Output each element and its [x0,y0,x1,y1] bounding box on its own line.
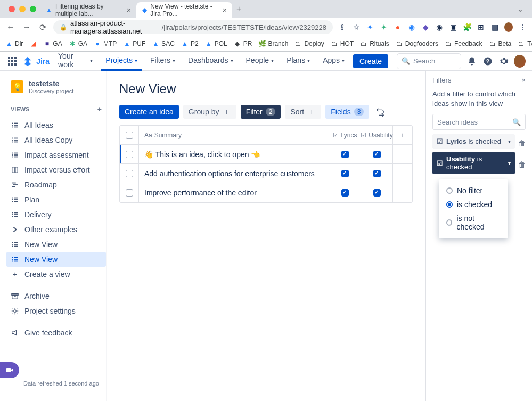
ext-icon[interactable]: ▣ [449,23,457,31]
menu-icon[interactable]: ⋮ [518,23,527,31]
row-usability-cell[interactable] [361,145,393,163]
bookmark-folder[interactable]: 🗀Rituals [360,40,389,47]
close-tab-icon[interactable]: × [127,6,131,14]
video-help-button[interactable] [0,362,19,378]
notifications-icon[interactable] [465,55,477,68]
extensions-icon[interactable]: 🧩 [463,23,471,31]
ext-icon[interactable]: ◉ [435,23,444,31]
new-tab-button[interactable]: + [232,4,245,14]
group-by-button[interactable]: Group by+ [183,105,236,119]
settings-icon[interactable] [498,55,510,68]
ext-icon[interactable]: ✦ [380,23,388,31]
sort-button[interactable]: Sort+ [285,105,321,119]
add-view-icon[interactable]: + [97,105,102,113]
create-view-button[interactable]: + Create a view [6,267,106,282]
ext-icon[interactable]: ✦ [366,23,374,31]
sidebar-item-new-view[interactable]: New View [6,237,106,252]
project-header[interactable]: 💡 testetste Discovery project [6,77,106,101]
filter-option-is-checked[interactable]: is checked [441,198,506,211]
bookmark-item[interactable]: ◆PR [234,40,252,47]
filter-option-is-not-checked[interactable]: is not checked [441,211,506,234]
profile-avatar[interactable] [514,55,526,68]
project-settings-button[interactable]: Project settings [6,304,106,318]
row-summary[interactable]: Improve performance of the editor [139,183,329,202]
archive-button[interactable]: Archive [6,289,106,304]
filter-chip-lyrics[interactable]: ☑ Lyrics is checked ▾ [432,134,515,149]
bookmark-folder[interactable]: 🗀Deploy [294,40,324,47]
sidebar-item-all-ideas[interactable]: All Ideas [6,118,106,133]
delete-filter-icon[interactable]: 🗑 [518,139,526,148]
bookmark-all-icon[interactable]: ⊞ [477,23,485,31]
table-row[interactable]: Add authentication options for enterpris… [120,164,412,183]
back-button[interactable]: ← [5,22,16,32]
add-column-button[interactable]: + [393,126,412,144]
row-checkbox[interactable] [120,183,139,202]
expand-tabs-icon[interactable]: ⌄ [513,5,528,13]
row-lyrics-cell[interactable] [329,183,361,202]
url-input[interactable]: 🔒 atlassian-product-managers.atlassian.n… [53,20,333,34]
star-icon[interactable]: ☆ [352,23,361,31]
bookmark-folder[interactable]: 🗀HOT [331,40,354,47]
browser-tab-1[interactable]: ◆ New View - testetste - Jira Pro... × [136,2,232,18]
bookmark-item[interactable]: ▲P2 [181,40,199,47]
nav-filters[interactable]: Filters▾ [146,52,179,71]
sidebar-item-impact-versus-effort[interactable]: Impact versus effort [6,162,106,177]
filter-search-input[interactable]: Search ideas 🔍 [432,114,526,130]
row-usability-cell[interactable] [361,164,393,183]
fields-button[interactable]: Fields3 [325,105,369,119]
bookmark-item[interactable]: 🌿Branch [258,40,288,47]
sidebar-item-all-ideas-copy[interactable]: All Ideas Copy [6,133,106,148]
close-panel-icon[interactable]: × [521,76,526,84]
reload-button[interactable]: ⟳ [37,22,48,32]
forward-button[interactable]: → [21,22,32,32]
autosave-toggle-icon[interactable] [373,105,387,119]
nav-your-work[interactable]: Your work▾ [54,52,97,71]
ext-icon[interactable]: ● [394,23,402,31]
filter-option-no-filter[interactable]: No filter [441,184,506,198]
row-summary[interactable]: Add authentication options for enterpris… [139,164,329,183]
share-icon[interactable]: ⇪ [338,23,347,31]
filter-chip-usability[interactable]: ☑ Usability is checked ▾ [432,152,515,174]
bookmark-item[interactable]: ●MTP [94,40,117,47]
close-tab-icon[interactable]: × [223,6,227,14]
close-window-icon[interactable] [9,6,15,12]
table-row[interactable]: 👋 This is an idea, click to open 👈 [120,145,412,164]
search-input[interactable]: 🔍 Search [397,53,461,69]
app-switcher-icon[interactable] [6,55,18,68]
bookmark-item[interactable]: ✱GA [69,40,87,47]
jira-logo[interactable]: Jira [22,56,50,67]
nav-dashboards[interactable]: Dashboards▾ [184,52,238,71]
row-lyrics-cell[interactable] [329,145,361,163]
bookmark-item[interactable]: ▲SAC [152,40,175,47]
ext-icon[interactable]: ◉ [407,23,416,31]
bookmark-item[interactable]: ▲POL [205,40,227,47]
bookmark-item[interactable]: ▲PUF [123,40,145,47]
give-feedback-button[interactable]: Give feedback [6,325,106,340]
bookmark-folder[interactable]: 🗀Feedback [445,40,482,47]
sidebar-item-other-examples[interactable]: Other examples [6,222,106,237]
bookmark-folder[interactable]: 🗀TAW [518,40,532,47]
nav-apps[interactable]: Apps▾ [318,52,349,71]
nav-plans[interactable]: Plans▾ [282,52,314,71]
row-lyrics-cell[interactable] [329,164,361,183]
delete-filter-icon[interactable]: 🗑 [518,160,526,169]
sidebar-item-plan[interactable]: Plan [6,192,106,207]
create-button[interactable]: Create [353,54,388,68]
sidebar-item-roadmap[interactable]: Roadmap [6,177,106,192]
row-summary[interactable]: 👋 This is an idea, click to open 👈 [139,145,329,163]
nav-people[interactable]: People▾ [242,52,279,71]
row-checkbox[interactable] [120,145,139,163]
browser-tab-0[interactable]: ▲ Filtering ideas by multiple lab... × [40,2,136,18]
column-usability[interactable]: ☑Usability [361,126,393,144]
row-usability-cell[interactable] [361,183,393,202]
nav-projects[interactable]: Projects▾ [101,52,142,71]
help-icon[interactable]: ? [482,55,494,68]
sidebar-item-impact-assessment[interactable]: Impact assessment [6,148,106,162]
profile-icon[interactable] [504,23,513,31]
sidebar-item-new-view[interactable]: New View [6,252,106,267]
maximize-window-icon[interactable] [30,6,36,12]
create-idea-button[interactable]: Create an idea [119,105,179,119]
bookmark-folder[interactable]: 🗀Dogfooders [396,40,438,47]
column-lyrics[interactable]: ☑Lyrics [329,126,361,144]
minimize-window-icon[interactable] [19,6,26,12]
